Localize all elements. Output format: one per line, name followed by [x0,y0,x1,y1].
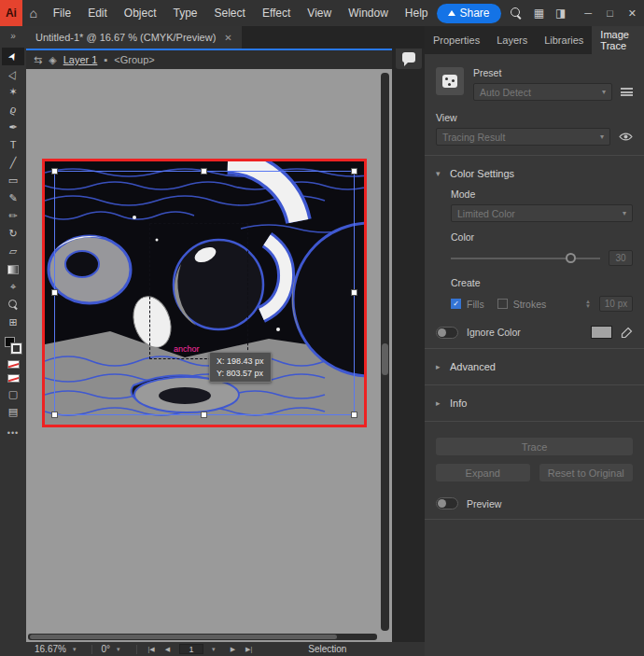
eyedropper-icon[interactable] [621,327,633,339]
first-artboard-icon[interactable]: |◀ [146,646,158,653]
tab-image-trace[interactable]: Image Trace [592,26,644,54]
stroke-width-field[interactable]: 10 px [599,296,633,312]
minimize-button[interactable]: ─ [577,7,599,19]
tab-layers[interactable]: Layers [488,26,536,54]
none-color-swatch[interactable] [7,360,20,369]
selection-bounding-box[interactable] [54,171,355,415]
maximize-button[interactable]: □ [599,7,621,19]
trace-preset-thumbnail[interactable] [436,67,464,95]
workspace-switcher-icon[interactable]: ◨ [555,7,566,20]
mode-dropdown[interactable]: Limited Color ▾ [451,204,633,222]
ignore-color-swatch[interactable] [591,326,612,339]
tab-libraries[interactable]: Libraries [536,26,592,54]
selection-handle[interactable] [201,168,207,174]
preset-dropdown[interactable]: Auto Detect ▾ [473,83,612,101]
pencil-tool[interactable]: ✏ [2,207,24,225]
selection-handle[interactable] [351,168,357,174]
stroke-swatch[interactable] [11,343,21,354]
horizontal-scrollbar-thumb[interactable] [30,635,337,639]
next-artboard-icon[interactable]: ▶ [228,646,238,653]
fills-checkbox[interactable]: ✓ [451,299,461,309]
selection-handle[interactable] [51,168,58,174]
vertical-scrollbar[interactable] [381,73,389,631]
preview-toggle[interactable] [436,497,458,509]
menu-effect[interactable]: Effect [254,0,299,26]
paintbrush-tool[interactable]: ✎ [2,189,24,207]
toolbar-expand-icon[interactable]: » [10,31,16,41]
tab-close-icon[interactable]: ✕ [224,33,231,43]
gradient-tool[interactable] [2,260,24,278]
rotate-tool[interactable]: ↻ [2,225,24,243]
magic-wand-tool[interactable]: ✶ [2,83,24,101]
step-down-icon[interactable]: ▼ [585,304,591,309]
direct-selection-tool[interactable]: ▷ [2,65,24,83]
info-header[interactable]: ▸ Info [436,395,633,412]
type-tool[interactable]: T [2,136,24,154]
menu-type[interactable]: Type [165,0,206,26]
rectangle-tool[interactable]: ▭ [2,172,24,189]
selection-tool[interactable]: ➤ [2,48,24,65]
advanced-header[interactable]: ▸ Advanced [436,358,633,375]
chevron-down-icon[interactable]: ▾ [73,646,77,653]
none-stroke-swatch[interactable] [7,374,20,383]
color-slider[interactable] [451,258,600,259]
selection-handle[interactable] [201,412,207,418]
view-toggle[interactable] [619,132,633,142]
expand-button[interactable]: Expand [436,464,530,482]
fill-stroke-control[interactable] [5,337,21,354]
menu-object[interactable]: Object [116,0,165,26]
artboard-number-field[interactable]: 1 [179,644,203,654]
vertical-scrollbar-thumb[interactable] [382,343,388,375]
tab-properties[interactable]: Properties [425,26,488,54]
close-button[interactable]: ✕ [621,7,644,20]
view-dropdown[interactable]: Tracing Result ▾ [436,128,610,146]
selection-handle[interactable] [351,289,357,296]
draw-mode-button[interactable]: ▢ [2,385,24,403]
selection-handle[interactable] [51,412,58,418]
color-settings-header[interactable]: ▾ Color Settings [436,165,633,182]
stroke-width-stepper[interactable]: ▲ ▼ [585,300,591,309]
previous-artboard-icon[interactable]: ◀ [162,646,173,653]
reset-to-original-button[interactable]: Reset to Original [539,464,634,482]
breadcrumb-group[interactable]: <Group> [114,54,154,65]
eyedropper-tool[interactable]: ⌖ [2,278,24,296]
selection-handle[interactable] [351,412,357,418]
share-button[interactable]: Share [437,4,501,23]
screen-mode-button[interactable]: ▤ [2,403,24,421]
menu-edit[interactable]: Edit [79,0,116,26]
shear-tool[interactable]: ▱ [2,243,24,260]
color-value-field[interactable]: 30 [609,250,633,266]
line-tool[interactable]: ╱ [2,154,24,172]
arrange-documents-icon[interactable]: ▦ [534,7,544,20]
horizontal-scrollbar[interactable] [28,634,377,640]
artboard-tool[interactable]: ⊞ [2,314,24,331]
home-icon[interactable]: ⌂ [22,6,45,21]
edit-toolbar-icon[interactable]: ••• [7,428,19,438]
lasso-tool[interactable]: ϱ [2,101,24,119]
canvas-area[interactable]: ⇆ ◈ Layer 1 ▪ <Group> [26,49,392,642]
menu-file[interactable]: File [45,0,79,26]
panel-menu-icon[interactable] [621,88,633,96]
ignore-color-toggle[interactable] [436,327,458,339]
pen-tool[interactable]: ✒ [2,119,24,136]
nav-history-icon[interactable]: ⇆ [34,54,42,66]
menu-window[interactable]: Window [340,0,397,26]
chevron-down-icon[interactable]: ▾ [117,646,120,653]
traced-artwork[interactable]: anchor [42,159,367,427]
document-tab[interactable]: Untitled-1* @ 16.67 % (CMYK/Preview) ✕ [26,26,242,49]
illustrator-logo[interactable]: Ai [0,0,22,26]
selection-handle[interactable] [51,289,58,296]
rotation-value[interactable]: 0° [101,644,110,654]
menu-view[interactable]: View [299,0,340,26]
menu-select[interactable]: Select [206,0,254,26]
zoom-tool[interactable] [2,296,24,314]
menu-help[interactable]: Help [397,0,437,26]
last-artboard-icon[interactable]: ▶| [243,646,255,653]
zoom-level[interactable]: 16.67% [35,644,66,654]
strokes-checkbox[interactable] [497,299,508,309]
chevron-down-icon[interactable]: ▾ [212,646,216,653]
breadcrumb-layer[interactable]: Layer 1 [63,54,98,65]
search-icon[interactable] [511,7,521,20]
color-slider-knob[interactable] [566,253,576,263]
trace-button[interactable]: Trace [436,438,633,455]
